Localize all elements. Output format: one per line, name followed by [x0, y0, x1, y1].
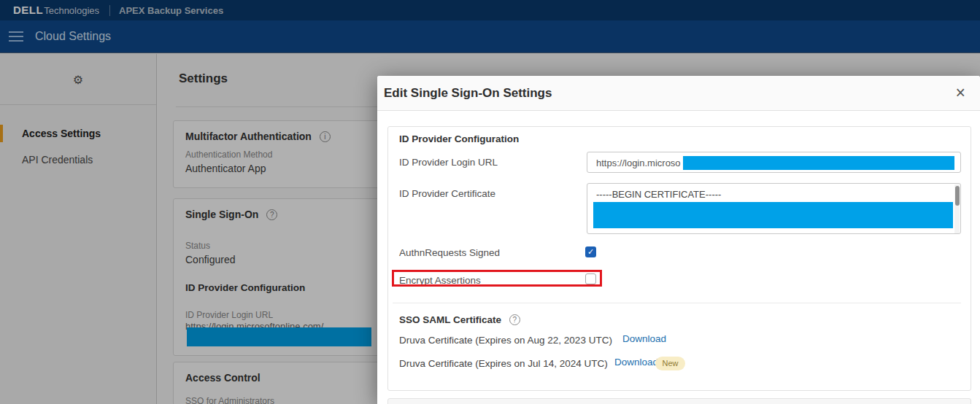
login-url-input[interactable]: https://login.microso [587, 152, 961, 173]
app-root: DELLTechnologies APEX Backup Services Cl… [0, 0, 980, 404]
encrypt-assertions-checkbox[interactable] [585, 273, 596, 284]
id-provider-section: ID Provider Configuration ID Provider Lo… [387, 126, 971, 391]
question-icon[interactable]: ? [509, 314, 520, 325]
divider [393, 303, 961, 303]
authn-signed-label: AuthnRequests Signed [399, 247, 500, 258]
download-link[interactable]: Download [614, 357, 658, 368]
certificate-first-line: -----BEGIN CERTIFICATE----- [596, 189, 721, 200]
cert-row-text: Druva Certificate (Expires on Aug 22, 20… [399, 335, 612, 346]
new-badge: New [655, 357, 685, 370]
encrypt-assertions-label: Encrypt Assertions [399, 275, 481, 286]
login-url-label: ID Provider Login URL [399, 157, 498, 168]
section-heading: ID Provider Configuration [399, 133, 519, 144]
certificate-textarea[interactable]: -----BEGIN CERTIFICATE----- [587, 183, 961, 234]
cert-row-text: Druva Certificate (Expires on Jul 14, 20… [399, 358, 608, 369]
saml-heading: SSO SAML Certificate ? [399, 314, 520, 325]
redaction-block [683, 156, 954, 170]
modal-title: Edit Single Sign-On Settings [384, 86, 552, 101]
edit-sso-modal: Edit Single Sign-On Settings × ID Provid… [377, 76, 980, 404]
login-url-value: https://login.microso [596, 158, 681, 168]
redaction-block [593, 202, 953, 228]
next-section-edge [387, 398, 971, 404]
scrollbar-thumb[interactable] [955, 186, 960, 206]
close-icon[interactable]: × [956, 82, 965, 104]
modal-header: Edit Single Sign-On Settings × [377, 76, 980, 111]
download-link[interactable]: Download [622, 333, 666, 344]
scrollbar-track[interactable] [954, 184, 960, 234]
saml-heading-text: SSO SAML Certificate [399, 314, 501, 325]
authn-signed-checkbox[interactable]: ✓ [585, 246, 596, 257]
certificate-label: ID Provider Certificate [399, 188, 495, 199]
